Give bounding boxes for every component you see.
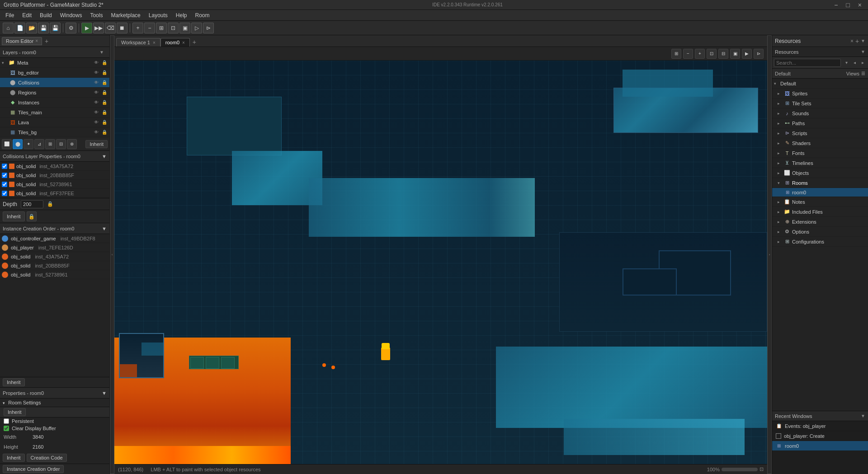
zoom-expand-btn[interactable]: ⊡ bbox=[760, 466, 764, 472]
tab-workspace1[interactable]: Workspace 1 × bbox=[116, 38, 160, 47]
resources-expand-btn[interactable]: ▼ bbox=[861, 49, 865, 54]
inherit-depth-btn[interactable]: Inherit bbox=[3, 211, 25, 221]
stop-btn[interactable]: ⏹ bbox=[117, 23, 127, 33]
zoom-fit-btn[interactable]: ⊞ bbox=[156, 23, 167, 33]
menu-marketplace[interactable]: Marketplace bbox=[107, 11, 144, 19]
clear-display-checkbox[interactable] bbox=[4, 426, 9, 431]
resources-add-btn[interactable]: + bbox=[855, 38, 859, 45]
resource-room0[interactable]: ⊞ room0 bbox=[772, 188, 868, 197]
room-editor-tab[interactable]: Room Editor × bbox=[2, 37, 42, 45]
recent-item-room0[interactable]: ⊞ room0 bbox=[772, 441, 868, 451]
group-default[interactable]: ▾ Default bbox=[772, 79, 868, 89]
minimize-btn[interactable]: − bbox=[831, 1, 840, 9]
group-notes[interactable]: ▸ 📋 Notes bbox=[772, 197, 868, 207]
canvas-area[interactable] bbox=[114, 61, 767, 464]
maximize-btn[interactable]: □ bbox=[843, 1, 852, 9]
layer-meta[interactable]: ▾ 📁 Meta 👁 🔒 bbox=[0, 58, 109, 68]
persistent-checkbox[interactable] bbox=[4, 418, 9, 424]
group-sprites[interactable]: ▸ 🖼 Sprites bbox=[772, 89, 868, 99]
tab-room0[interactable]: room0 × bbox=[160, 38, 190, 47]
group-sounds[interactable]: ▸ ♪ Sounds bbox=[772, 108, 868, 118]
tool-select[interactable]: ⬜ bbox=[2, 139, 12, 149]
recent-windows-header[interactable]: Recent Windows ▼ bbox=[772, 411, 868, 421]
search-dropdown-btn[interactable]: ▾ bbox=[843, 59, 850, 66]
open-btn[interactable]: 📂 bbox=[26, 23, 37, 33]
collision-check-1[interactable] bbox=[2, 173, 7, 178]
lava-eye[interactable]: 👁 bbox=[93, 119, 99, 126]
layer-regions[interactable]: ⬤ Regions 👁 🔒 bbox=[0, 88, 109, 98]
collisions-eye[interactable]: 👁 bbox=[93, 80, 99, 86]
save-btn[interactable]: 💾 bbox=[38, 23, 49, 33]
group-fonts[interactable]: ▸ T Fonts bbox=[772, 148, 868, 158]
tool-add-inst[interactable]: ⊞ bbox=[45, 139, 55, 149]
new-btn[interactable]: 📄 bbox=[14, 23, 25, 33]
bg-editor-lock[interactable]: 🔒 bbox=[101, 70, 108, 76]
regions-lock[interactable]: 🔒 bbox=[101, 89, 108, 96]
canvas-zoom-fit-btn[interactable]: ⊡ bbox=[707, 49, 717, 59]
tool-remove[interactable]: ⊗ bbox=[67, 139, 77, 149]
tool-paint[interactable]: ⬤ bbox=[13, 139, 23, 149]
recent-item-events-obj-player[interactable]: 📋 Events: obj_player bbox=[772, 421, 868, 431]
group-scripts[interactable]: ▸ ⊳ Scripts bbox=[772, 128, 868, 138]
collision-item-0[interactable]: obj_solid inst_43A75A72 bbox=[0, 162, 109, 171]
group-tilesets[interactable]: ▸ ⊞ Tile Sets bbox=[772, 99, 868, 108]
settings-btn[interactable]: ⚙ bbox=[66, 23, 76, 33]
debug-btn[interactable]: ▶▶ bbox=[93, 23, 104, 33]
instances-eye[interactable]: 👁 bbox=[93, 99, 99, 106]
group-options[interactable]: ▸ ⚙ Options bbox=[772, 227, 868, 237]
run-btn[interactable]: ▶ bbox=[81, 23, 92, 33]
layer-bg-editor[interactable]: 🖼 bg_editor 👁 🔒 bbox=[0, 68, 109, 78]
layer-tiles-bg[interactable]: ▦ Tiles_bg 👁 🔒 bbox=[0, 127, 109, 137]
home-btn[interactable]: ⌂ bbox=[3, 23, 14, 33]
canvas-skip-btn[interactable]: ⊳ bbox=[754, 49, 764, 59]
depth-input[interactable] bbox=[21, 200, 43, 208]
menu-room[interactable]: Room bbox=[192, 11, 213, 19]
order-item-0[interactable]: obj_controller_game inst_49BDB2F8 bbox=[0, 234, 109, 243]
collisions-props-chevron[interactable]: ▼ bbox=[102, 154, 107, 159]
group-rooms[interactable]: ▾ ⊞ Rooms bbox=[772, 178, 868, 188]
regions-eye[interactable]: 👁 bbox=[93, 89, 99, 96]
resources-search-input[interactable] bbox=[774, 59, 841, 67]
collision-check-2[interactable] bbox=[2, 182, 7, 187]
canvas-grid-btn[interactable]: ⊞ bbox=[671, 49, 681, 59]
layer-collisions[interactable]: ⬤ Collisions 👁 🔒 bbox=[0, 78, 109, 88]
canvas-play-btn[interactable]: ▶ bbox=[742, 49, 752, 59]
recent-item-obj-player-create[interactable]: obj_player: Create bbox=[772, 431, 868, 441]
inherit-btn[interactable]: Inherit bbox=[85, 140, 108, 148]
order-item-2[interactable]: obj_solid inst_43A75A72 bbox=[0, 252, 109, 261]
group-extensions[interactable]: ▸ ⊕ Extensions bbox=[772, 217, 868, 227]
tab-workspace1-close[interactable]: × bbox=[153, 40, 156, 45]
left-edge-arrow[interactable]: ‹ bbox=[110, 35, 114, 474]
properties-header[interactable]: Properties - room0 ▼ bbox=[0, 388, 109, 399]
resources-chevron-btn[interactable]: ▼ bbox=[861, 38, 865, 43]
group-objects[interactable]: ▸ ⬜ Objects bbox=[772, 168, 868, 178]
fullscreen-btn[interactable]: ⊡ bbox=[168, 23, 179, 33]
lava-lock[interactable]: 🔒 bbox=[101, 119, 108, 126]
layer-instances[interactable]: ◆ Instances 👁 🔒 bbox=[0, 98, 109, 108]
properties-chevron[interactable]: ▼ bbox=[102, 390, 107, 396]
instance-creation-order-btn[interactable]: Instance Creation Order bbox=[3, 465, 64, 473]
bg-editor-eye[interactable]: 👁 bbox=[93, 70, 99, 76]
depth-lock-icon[interactable]: 🔒 bbox=[47, 201, 53, 207]
layer-tiles-main[interactable]: ▦ Tiles_main 👁 🔒 bbox=[0, 108, 109, 117]
zoom-slider[interactable] bbox=[722, 468, 758, 471]
collision-item-1[interactable]: obj_solid inst_20BBB85F bbox=[0, 171, 109, 180]
group-timelines[interactable]: ▸ ⊻ Timelines bbox=[772, 158, 868, 168]
close-btn[interactable]: × bbox=[855, 1, 864, 9]
inherit-btn-2[interactable]: 🔒 bbox=[27, 211, 37, 221]
search-prev-btn[interactable]: ◂ bbox=[851, 59, 858, 66]
canvas-fullscreen-btn[interactable]: ⊟ bbox=[718, 49, 728, 59]
tab-room0-close[interactable]: × bbox=[182, 40, 185, 45]
clean-btn[interactable]: ⌫ bbox=[105, 23, 116, 33]
zoom-out-btn[interactable]: − bbox=[144, 23, 155, 33]
menu-help[interactable]: Help bbox=[172, 11, 191, 19]
collision-item-2[interactable]: obj_solid inst_52738961 bbox=[0, 180, 109, 189]
inherit-props-btn[interactable]: Inherit bbox=[3, 454, 25, 462]
views-menu-btn[interactable]: ☰ bbox=[861, 71, 865, 76]
tool-eraser[interactable]: ✦ bbox=[24, 139, 33, 149]
group-configurations[interactable]: ▸ ⊞ Configurations bbox=[772, 237, 868, 247]
instances-lock[interactable]: 🔒 bbox=[101, 99, 108, 106]
zoom-in-btn[interactable]: + bbox=[132, 23, 143, 33]
collision-check-3[interactable] bbox=[2, 191, 7, 196]
collision-item-3[interactable]: obj_solid inst_6FF37FEE bbox=[0, 189, 109, 198]
